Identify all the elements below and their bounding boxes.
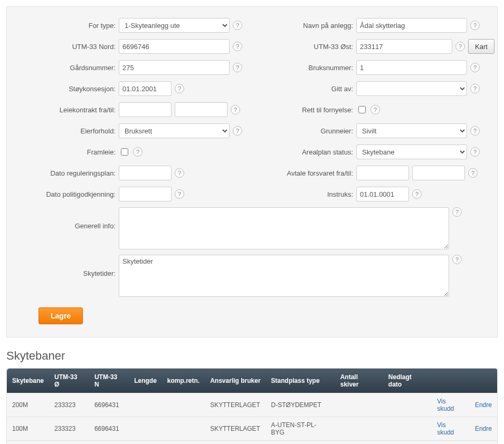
- help-icon[interactable]: ?: [175, 168, 184, 178]
- label-avtale: Avtale forsvaret fra/til:: [255, 169, 353, 177]
- table-header: UTM-33 N: [89, 369, 129, 393]
- help-icon[interactable]: ?: [468, 168, 478, 178]
- label-rett: Rett til fornyelse:: [255, 106, 353, 114]
- lagre-button[interactable]: Lagre: [39, 307, 83, 324]
- help-icon[interactable]: ?: [233, 21, 242, 30]
- gards-input[interactable]: [119, 60, 230, 75]
- skytebaner-table: SkytebaneUTM-33 ØUTM-33 NLengdekomp.retn…: [6, 368, 498, 441]
- label-gitt-av: Gitt av:: [255, 85, 353, 93]
- help-icon[interactable]: ?: [470, 126, 480, 136]
- label-framleie: Framleie:: [17, 148, 116, 156]
- label-eier: Eierforhold:: [17, 127, 116, 135]
- utm-n-input[interactable]: [119, 39, 230, 54]
- help-icon[interactable]: ?: [175, 189, 184, 199]
- navn-input[interactable]: [356, 18, 467, 33]
- section-title: Skytebaner: [6, 349, 498, 363]
- eier-select[interactable]: Bruksrett: [119, 123, 230, 138]
- kart-button[interactable]: Kart: [468, 39, 495, 54]
- help-icon[interactable]: ?: [233, 63, 242, 72]
- help-icon[interactable]: ?: [470, 21, 480, 30]
- help-icon[interactable]: ?: [452, 255, 462, 264]
- endre-link[interactable]: Endre: [475, 401, 492, 409]
- table-header: UTM-33 Ø: [49, 369, 89, 393]
- table-header: Skytebane: [7, 369, 50, 393]
- help-icon[interactable]: ?: [452, 207, 462, 217]
- avtale-fra-input[interactable]: [356, 166, 409, 180]
- label-leie: Leiekontrakt fra/til:: [17, 106, 116, 114]
- label-navn: Navn på anlegg:: [255, 22, 353, 30]
- table-header: Lengde: [129, 369, 162, 393]
- label-for-type: For type:: [17, 22, 116, 30]
- utm-o-input[interactable]: [356, 39, 452, 54]
- help-icon[interactable]: ?: [175, 84, 184, 93]
- label-gards: Gårdsnummer:: [17, 64, 116, 72]
- help-icon[interactable]: ?: [370, 105, 380, 114]
- bruks-input[interactable]: [356, 60, 467, 75]
- help-icon[interactable]: ?: [233, 126, 242, 136]
- leie-fra-input[interactable]: [119, 102, 172, 117]
- dato-pol-input[interactable]: [119, 187, 172, 201]
- help-icon[interactable]: ?: [133, 147, 142, 157]
- label-skytetider: Skytetider:: [17, 255, 116, 277]
- avtale-til-input[interactable]: [412, 166, 465, 180]
- table-header: Antall skiver: [335, 369, 383, 393]
- framleie-checkbox[interactable]: [121, 148, 128, 156]
- help-icon[interactable]: ?: [231, 105, 240, 114]
- areal-select[interactable]: Skytebane: [356, 144, 467, 159]
- table-header: Nedlagt dato: [383, 369, 432, 393]
- label-bruks: Bruksnummer:: [255, 64, 353, 72]
- table-row: 100M2333236696431SKYTTERLAGETA-UTEN-ST-P…: [7, 417, 498, 441]
- leie-til-input[interactable]: [175, 102, 227, 117]
- stoy-input[interactable]: [119, 81, 172, 96]
- label-dato-pol: Dato politigodkjenning:: [17, 190, 116, 198]
- table-header: Standplass type: [266, 369, 335, 393]
- grunn-select[interactable]: Sivilt: [356, 123, 467, 138]
- for-type-select[interactable]: 1-Skyteanlegg ute: [119, 18, 230, 33]
- gitt-av-select[interactable]: [356, 81, 467, 96]
- label-grunn: Grunneier:: [255, 127, 353, 135]
- vis-skudd-link[interactable]: Vis skudd: [437, 398, 454, 412]
- label-utm-o: UTM-33 Øst:: [255, 43, 353, 51]
- help-icon[interactable]: ?: [412, 189, 422, 199]
- label-stoy: Støykonsesjon:: [17, 85, 116, 93]
- label-instruks: Instruks:: [255, 190, 353, 198]
- gen-info-textarea[interactable]: [119, 207, 449, 249]
- help-icon[interactable]: ?: [233, 42, 242, 51]
- form-panel: For type: 1-Skyteanlegg ute ? Navn på an…: [6, 6, 498, 337]
- label-dato-reg: Dato reguleringsplan:: [17, 169, 116, 177]
- label-utm-n: UTM-33 Nord:: [17, 43, 116, 51]
- help-icon[interactable]: ?: [470, 84, 480, 93]
- help-icon[interactable]: ?: [470, 63, 480, 72]
- table-header: Ansvarlig bruker: [205, 369, 265, 393]
- rett-checkbox[interactable]: [358, 106, 366, 113]
- help-icon[interactable]: ?: [455, 42, 465, 51]
- help-icon[interactable]: ?: [470, 147, 480, 157]
- label-gen-info: Generell info:: [17, 207, 116, 230]
- label-areal: Arealplan status:: [255, 148, 353, 156]
- table-header: komp.retn.: [162, 369, 205, 393]
- skytetider-textarea[interactable]: Skytetider: [119, 255, 449, 297]
- endre-link[interactable]: Endre: [475, 425, 492, 432]
- instruks-input[interactable]: [356, 187, 409, 201]
- vis-skudd-link[interactable]: Vis skudd: [437, 421, 454, 436]
- table-row: 200M2333236696431SKYTTERLAGETD-STØYDEMPE…: [7, 393, 498, 417]
- dato-reg-input[interactable]: [119, 166, 172, 180]
